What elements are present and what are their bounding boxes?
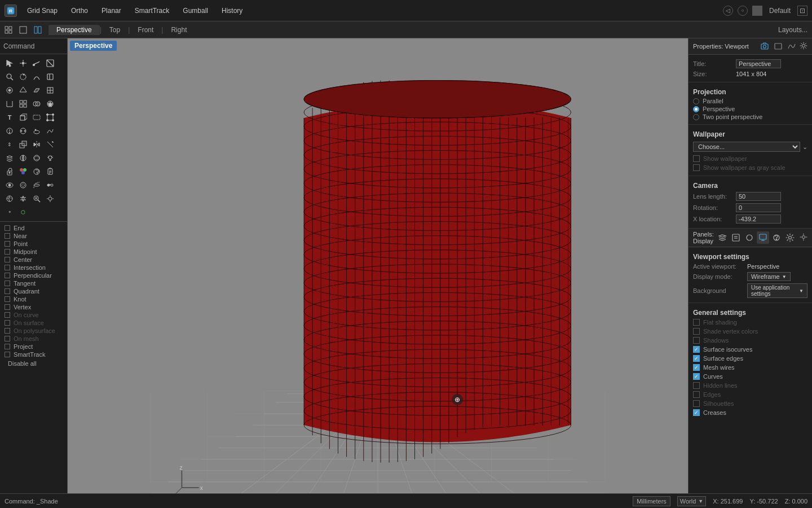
ortho-btn[interactable]: Ortho: [68, 6, 91, 16]
wallpaper-select[interactable]: Choose...: [693, 142, 800, 152]
parallel-radio-row[interactable]: Parallel: [693, 97, 807, 105]
planar-btn[interactable]: Planar: [98, 6, 125, 16]
snap-center-checkbox[interactable]: [5, 257, 10, 262]
panel-material-icon[interactable]: [743, 231, 756, 244]
snap-on-mesh[interactable]: On mesh: [5, 335, 63, 343]
flat-shading-row[interactable]: Flat shading: [693, 318, 807, 327]
mesh-wires-checkbox[interactable]: [693, 364, 700, 371]
layouts-btn[interactable]: Layouts...: [778, 26, 807, 34]
app-icon[interactable]: R: [5, 5, 17, 17]
snap-perpendicular[interactable]: Perpendicular: [5, 271, 63, 279]
tab-top[interactable]: Top: [102, 25, 128, 35]
array-tool[interactable]: [17, 98, 29, 110]
select-tool[interactable]: [3, 57, 16, 69]
record-back-btn[interactable]: ◁: [723, 6, 733, 16]
zoom-tool[interactable]: [3, 71, 16, 83]
snap-tangent-checkbox[interactable]: [5, 281, 10, 286]
analyse-tool[interactable]: [3, 125, 16, 137]
rotate-tool[interactable]: [17, 71, 29, 83]
blend-tool[interactable]: [44, 179, 56, 191]
line-tool[interactable]: [30, 57, 43, 69]
tab-right[interactable]: Right: [163, 25, 195, 35]
panel-layers-icon[interactable]: [716, 231, 729, 244]
hidden-lines-row[interactable]: Hidden lines: [693, 381, 807, 390]
creases-row[interactable]: Creases: [693, 408, 807, 417]
color-tool[interactable]: [17, 165, 29, 178]
orient-tool[interactable]: [44, 138, 56, 151]
props-gear-btn[interactable]: [800, 42, 807, 51]
snap-near-checkbox[interactable]: [5, 233, 10, 239]
snap-intersection[interactable]: Intersection: [5, 264, 63, 271]
split-view-icon[interactable]: [32, 24, 44, 36]
trim-tool[interactable]: [44, 71, 56, 83]
surface-isocurves-checkbox[interactable]: [693, 346, 700, 353]
record-square-btn[interactable]: [752, 6, 762, 16]
shade-vertex-row[interactable]: Shade vertex colors: [693, 327, 807, 336]
surface-isocurves-row[interactable]: Surface isocurves: [693, 345, 807, 354]
snap-end[interactable]: End: [5, 224, 63, 232]
light-tool[interactable]: [44, 152, 56, 164]
snap-smarttrack[interactable]: SmartTrack: [5, 351, 63, 358]
parallel-radio[interactable]: [693, 98, 699, 104]
snap-midpoint-checkbox[interactable]: [5, 249, 10, 255]
snap-midpoint[interactable]: Midpoint: [5, 248, 63, 256]
panel-props-icon[interactable]: [730, 231, 742, 244]
orbit-tool[interactable]: [3, 192, 16, 205]
panel-settings-icon[interactable]: [784, 231, 796, 244]
lock-tool[interactable]: [3, 165, 16, 178]
two-point-radio[interactable]: [693, 114, 699, 120]
creases-checkbox[interactable]: [693, 409, 700, 416]
visible-tool[interactable]: [3, 179, 16, 191]
shadows-checkbox[interactable]: [693, 337, 700, 344]
snap-on-curve-checkbox[interactable]: [5, 312, 10, 318]
mirror-tool[interactable]: [30, 138, 43, 151]
snap-quadrant-checkbox[interactable]: [5, 288, 10, 294]
snap-on-surface[interactable]: On surface: [5, 319, 63, 327]
subd-tool[interactable]: ⌖: [3, 206, 16, 218]
show-wallpaper-row[interactable]: Show wallpaper: [693, 154, 807, 163]
lens-input[interactable]: [736, 192, 781, 201]
move-tool[interactable]: ⇕: [3, 138, 16, 151]
arc-tool[interactable]: [30, 71, 43, 83]
tab-perspective[interactable]: Perspective: [48, 25, 100, 35]
zoom-window-tool[interactable]: [30, 192, 43, 205]
disable-all-row[interactable]: Disable all: [5, 358, 63, 369]
display-mode-dropdown[interactable]: Wireframe ▼: [747, 272, 791, 281]
viewport-area[interactable]: Perspective: [68, 38, 688, 493]
silhouettes-row[interactable]: Silhouettes: [693, 399, 807, 408]
single-view-icon[interactable]: [17, 24, 29, 36]
tab-front[interactable]: Front: [130, 25, 161, 35]
snap-point[interactable]: Point: [5, 240, 63, 248]
record-circle-btn[interactable]: ○: [738, 6, 748, 16]
snap-on-polysurface-checkbox[interactable]: [5, 328, 10, 334]
flat-shading-checkbox[interactable]: [693, 319, 700, 326]
rhinoscript-tool[interactable]: [30, 165, 43, 178]
surface-tool[interactable]: [30, 84, 43, 97]
render-tool[interactable]: [44, 98, 56, 110]
panels-gear-btn[interactable]: [800, 233, 807, 242]
snap-point-checkbox[interactable]: [5, 241, 10, 247]
gumball-btn[interactable]: Gumball: [179, 6, 211, 16]
group-tool[interactable]: [30, 111, 43, 124]
pan-tool[interactable]: [3, 84, 16, 97]
ellipse-tool[interactable]: [30, 125, 43, 137]
curve-tab-icon[interactable]: [786, 41, 797, 52]
smart-track-btn[interactable]: SmartTrack: [131, 6, 173, 16]
dimension-tool[interactable]: [3, 98, 16, 110]
edges-row[interactable]: Edges: [693, 390, 807, 399]
curves-row[interactable]: Curves: [693, 372, 807, 381]
offset-tool[interactable]: [17, 179, 29, 191]
window-btn[interactable]: ⊡: [797, 6, 807, 16]
perspective-radio-row[interactable]: Perspective: [693, 105, 807, 113]
title-input[interactable]: [736, 59, 781, 68]
snap-on-mesh-checkbox[interactable]: [5, 336, 10, 341]
surface-edges-checkbox[interactable]: [693, 355, 700, 362]
material-tool[interactable]: [17, 152, 29, 164]
snap-on-polysurface[interactable]: On polysurface: [5, 327, 63, 335]
curves-checkbox[interactable]: [693, 373, 700, 380]
surface-edges-row[interactable]: Surface edges: [693, 354, 807, 363]
polyline-tool[interactable]: [44, 57, 56, 69]
panel-display-icon[interactable]: [757, 231, 769, 244]
mesh-tool[interactable]: [44, 84, 56, 97]
background-dropdown[interactable]: Use application settings ▼: [747, 283, 807, 298]
